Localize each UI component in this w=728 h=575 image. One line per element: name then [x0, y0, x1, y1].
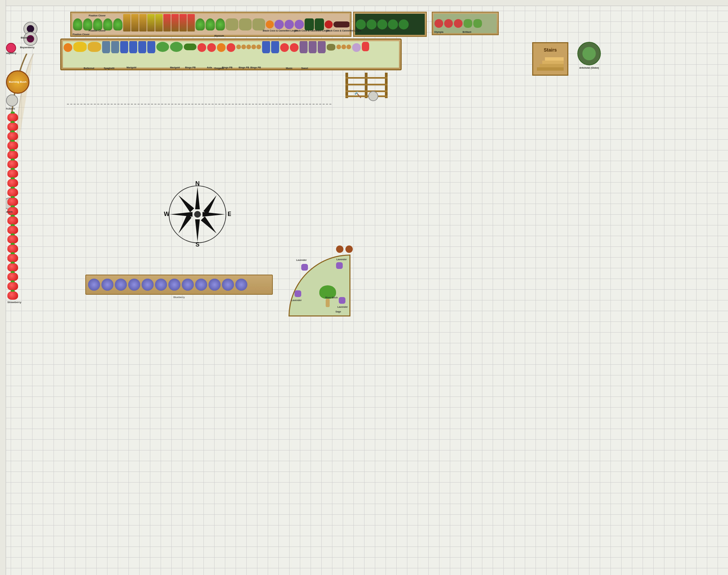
strawberry-item-14 [7, 244, 18, 253]
far-right-top-bed: Olympia Brilliant [432, 12, 499, 35]
strawberry-container: Strawberry [7, 112, 20, 304]
label-bingo-pb4: Bingo PB [250, 66, 261, 69]
strawberry-item-1 [7, 122, 18, 131]
svg-rect-1 [540, 64, 563, 67]
label-lavender1: Lavender [296, 259, 306, 261]
compass-rose: N S E W [164, 181, 231, 248]
ruler-top [0, 0, 728, 6]
strawberry-item-16 [7, 263, 18, 272]
label-music: Music [286, 67, 293, 69]
river-birch-tree [319, 285, 336, 305]
main-veg-bed: Marigold Marigold Bingo PB Asta Bingo PB… [60, 38, 402, 70]
strawberry-item-11 [7, 216, 18, 225]
ruler-left [0, 0, 6, 575]
burning-bush: Burning Bush [6, 70, 30, 94]
lavender3 [295, 290, 301, 297]
stairs-svg [537, 54, 563, 71]
label-river-birch: River Birch [325, 296, 338, 299]
trellis-svg [345, 72, 388, 99]
right-greens-bed [353, 12, 427, 37]
strawberry-label: Strawberry [7, 301, 20, 304]
svg-rect-2 [542, 61, 563, 64]
fixation-clover-label: Fixation Clover [73, 33, 90, 35]
strawberry-item-5 [7, 160, 18, 168]
blueberry-row: Blueberry [85, 275, 273, 295]
label-sweet: Sweet [301, 67, 308, 69]
strawberry-item-7 [7, 178, 18, 187]
svg-marker-19 [201, 216, 217, 233]
svg-marker-17 [178, 214, 191, 233]
svg-marker-18 [178, 195, 194, 212]
label-blackberry: Blackberry [21, 36, 33, 39]
label-raspberry: Raspberry [5, 52, 16, 54]
strawberry-item-19 [7, 291, 18, 300]
svg-rect-7 [345, 77, 388, 79]
label-alyssum: Alyssum [214, 34, 224, 37]
svg-rect-10 [345, 96, 388, 97]
label-lavender2: Lavender [336, 258, 347, 261]
label-butternut: Butternut [84, 67, 95, 69]
label-brilliant: Brilliant [463, 31, 471, 33]
dashed-line [67, 104, 331, 104]
label-fixation-clover2: Fixation Clover [89, 14, 106, 17]
label-sage: Sage [335, 310, 341, 313]
svg-rect-9 [345, 91, 388, 92]
top-bed: Fixation Clover [70, 12, 352, 37]
strawberry-item-12 [7, 225, 18, 234]
strawberry-item-2 [7, 132, 18, 140]
stairs-label: Stairs [544, 47, 557, 53]
svg-marker-12 [195, 187, 200, 209]
svg-text:N: N [195, 181, 200, 187]
strawberry-item-9 [7, 197, 18, 206]
label-black-coco3: Black Coco & Cannellini Lingot [326, 30, 361, 32]
strawberry-item-18 [7, 282, 18, 290]
tool-circle [368, 91, 378, 101]
label-olympia: Olympia [434, 31, 443, 33]
label-oregano: Oregano [214, 67, 224, 69]
svg-marker-13 [195, 219, 200, 242]
label-asta: Asta [207, 66, 212, 69]
trellis [345, 72, 388, 99]
stairs-block: Stairs [532, 42, 568, 76]
svg-text:E: E [228, 211, 231, 217]
boysenberry-circle [24, 32, 37, 46]
garden-canvas: // Render top ruler marks const topMarks… [0, 0, 728, 575]
svg-rect-0 [537, 67, 563, 71]
label-spaghetti: Spaghetti [104, 67, 114, 69]
corner-garden: River Birch Lavender Lavender Lavender L… [289, 255, 351, 316]
label-lavender4: Lavender [337, 306, 348, 308]
svg-point-20 [194, 211, 201, 218]
svg-marker-16 [204, 195, 217, 215]
svg-text:S: S [195, 241, 199, 248]
svg-text:W: W [164, 211, 170, 217]
label-bingo-pb: Bingo PB [185, 66, 196, 69]
strawberry-item-3 [7, 141, 18, 150]
lavender4 [339, 297, 345, 304]
artichoke-area: Artichoke (Globe) [569, 42, 609, 75]
label-artichoke: Artichoke (Globe) [569, 67, 609, 69]
label-bingo-pb3: Bingo PB [239, 66, 249, 69]
strawberry-item-6 [7, 169, 18, 178]
label-fixation-clover: Fixation Clover [89, 30, 106, 32]
compass-svg: N S E W [164, 181, 231, 248]
strawberry-item-17 [7, 272, 18, 281]
lavender1 [301, 264, 308, 271]
raspberry-icon [6, 43, 16, 53]
svg-rect-8 [345, 84, 388, 86]
burning-bush-label: Burning Bush [9, 80, 27, 84]
rhubarb-circle1 [6, 95, 18, 106]
label-marigold-bed: Marigold [126, 66, 136, 69]
strawberry-item-13 [7, 235, 18, 243]
lavender2 [336, 262, 343, 269]
trowel-icon: 🔨 [354, 91, 362, 98]
label-lavender3: Lavender [291, 299, 301, 301]
strawberry-item-4 [7, 150, 18, 159]
label-boysenberry: Boysenberry [20, 46, 34, 48]
label-marigold2: Marigold [170, 66, 180, 69]
strawberry-item-0 [7, 113, 18, 122]
svg-rect-3 [545, 57, 563, 61]
strawberry-item-8 [7, 188, 18, 197]
label-black-coco2: Black Coco & Cannellini Lingot [295, 30, 329, 32]
label-black-coco1: Black Coco & Cannellini Lingot [263, 30, 298, 32]
blueberry-label: Blueberry [173, 296, 185, 299]
